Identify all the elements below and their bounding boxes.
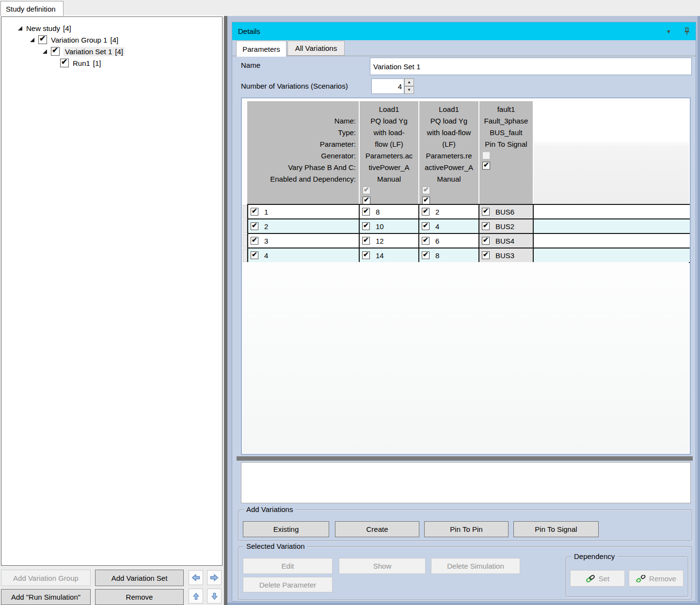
row-selector[interactable] <box>243 234 247 248</box>
active-power-value[interactable]: 10 <box>376 222 384 231</box>
expander-icon[interactable] <box>30 38 34 42</box>
name-input[interactable] <box>370 58 692 75</box>
tab-study-definition-label: Study definition <box>6 5 56 13</box>
tab-study-definition[interactable]: Study definition <box>0 1 64 16</box>
value-checkbox[interactable] <box>422 251 430 259</box>
grid-rows: 1 8 2 BUS6 2 10 4 BUS2 3 <box>247 204 690 263</box>
value-checkbox[interactable] <box>362 251 370 259</box>
value-checkbox[interactable] <box>362 222 370 230</box>
value-checkbox[interactable] <box>362 237 370 245</box>
tree-item-run1[interactable]: Run1[1] <box>60 57 101 69</box>
arrow-down-icon <box>210 592 219 600</box>
table-row[interactable]: 3 12 6 BUS4 <box>247 234 690 248</box>
grid-column-header-reactive-power[interactable]: Load1 PQ load Yg with load-flow (LF) Par… <box>419 101 478 204</box>
tree-item-checkbox[interactable] <box>38 35 47 44</box>
grid-header-filler <box>534 101 689 204</box>
scenario-checkbox[interactable] <box>251 208 258 216</box>
row-selector[interactable] <box>243 248 247 262</box>
pin-to-pin-button[interactable]: Pin To Pin <box>424 521 509 537</box>
enabled-checkbox[interactable] <box>482 162 490 170</box>
row-filler <box>534 248 690 262</box>
move-down-button[interactable] <box>207 589 222 604</box>
table-row[interactable]: 4 14 8 BUS3 <box>247 248 690 263</box>
bus-value[interactable]: BUS6 <box>495 208 514 216</box>
value-checkbox[interactable] <box>422 208 430 216</box>
tree-item-label: Variation Set 1[4] <box>64 47 125 56</box>
tree-item-new-study[interactable]: New study[4] <box>18 22 71 34</box>
tree-item-checkbox[interactable] <box>51 47 60 56</box>
scenario-checkbox[interactable] <box>251 237 258 245</box>
add-variation-set-button[interactable]: Add Variation Set <box>95 570 184 586</box>
delete-simulation-button[interactable]: Delete Simulation <box>431 558 520 574</box>
expander-icon[interactable] <box>18 26 22 31</box>
value-checkbox[interactable] <box>362 208 370 216</box>
spinner-down-button[interactable]: ▼ <box>404 86 414 94</box>
name-label: Name <box>241 61 260 69</box>
table-row[interactable]: 2 10 4 BUS2 <box>247 219 690 234</box>
move-right-button[interactable] <box>207 570 222 585</box>
add-variations-group-title: Add Variations <box>244 505 295 513</box>
active-power-value[interactable]: 14 <box>376 251 384 260</box>
table-row[interactable]: 1 8 2 BUS6 <box>247 205 690 219</box>
spinner-up-button[interactable]: ▲ <box>404 78 414 86</box>
expander-icon[interactable] <box>43 49 47 54</box>
panel-splitter[interactable] <box>224 16 227 605</box>
move-left-button[interactable] <box>189 570 203 585</box>
bus-checkbox[interactable] <box>482 251 490 259</box>
tree-item-label: New study[4] <box>26 24 71 32</box>
scenario-checkbox[interactable] <box>251 222 258 230</box>
bus-value[interactable]: BUS3 <box>495 251 514 260</box>
num-variations-input[interactable]: 4 <box>371 78 404 94</box>
description-textbox[interactable] <box>241 462 691 503</box>
pin-icon[interactable] <box>684 27 690 35</box>
tree-item-checkbox[interactable] <box>60 59 69 67</box>
window-menu-chevron-icon[interactable]: ▼ <box>666 29 671 34</box>
reactive-power-value[interactable]: 6 <box>435 237 439 245</box>
active-power-value[interactable]: 8 <box>376 208 380 216</box>
bus-checkbox[interactable] <box>482 208 490 216</box>
bus-value[interactable]: BUS4 <box>495 237 514 245</box>
selected-variation-group-title: Selected Variation <box>244 542 307 550</box>
bus-checkbox[interactable] <box>482 222 490 230</box>
scenario-checkbox[interactable] <box>251 251 258 259</box>
details-splitter[interactable] <box>237 456 693 461</box>
arrow-up-icon <box>191 592 200 600</box>
reactive-power-value[interactable]: 8 <box>435 251 439 260</box>
reactive-power-value[interactable]: 4 <box>435 222 439 231</box>
create-button[interactable]: Create <box>335 521 419 537</box>
dependency-set-button[interactable]: Set <box>570 570 625 587</box>
show-button[interactable]: Show <box>339 558 426 574</box>
arrow-right-icon <box>210 574 219 581</box>
value-checkbox[interactable] <box>422 222 430 230</box>
add-variation-group-button[interactable]: Add Variation Group <box>1 570 91 586</box>
spinner-down-icon: ▼ <box>407 88 411 92</box>
vary-phase-checkbox[interactable] <box>363 186 370 194</box>
enabled-checkbox[interactable] <box>422 197 430 204</box>
row-selector[interactable] <box>243 205 247 218</box>
row-filler <box>534 205 690 218</box>
delete-parameter-button[interactable]: Delete Parameter <box>243 577 333 592</box>
pin-to-signal-button[interactable]: Pin To Signal <box>513 521 599 537</box>
vary-phase-checkbox[interactable] <box>482 152 490 159</box>
grid-column-header-active-power[interactable]: Load1 PQ load Yg with load- flow (LF) Pa… <box>360 101 418 204</box>
add-run-simulation-button[interactable]: Add "Run Simulation" <box>1 589 91 605</box>
tab-parameters[interactable]: Parameters <box>236 41 286 57</box>
move-up-button[interactable] <box>189 589 203 604</box>
scenario-number: 1 <box>264 208 268 216</box>
dependency-remove-button[interactable]: Remove <box>629 570 684 587</box>
remove-button[interactable]: Remove <box>95 589 184 605</box>
active-power-value[interactable]: 12 <box>376 237 384 245</box>
row-selector[interactable] <box>243 219 247 233</box>
enabled-checkbox[interactable] <box>363 197 370 204</box>
tree-item-variation-set-1[interactable]: Variation Set 1[4] <box>43 46 125 57</box>
edit-button[interactable]: Edit <box>243 558 333 574</box>
value-checkbox[interactable] <box>422 237 430 245</box>
tree-item-variation-group-1[interactable]: Variation Group 1[4] <box>30 34 118 46</box>
tab-all-variations[interactable]: All Variations <box>287 41 345 56</box>
bus-value[interactable]: BUS2 <box>495 222 514 231</box>
grid-column-header-fault[interactable]: fault1 Fault_3phase BUS_fault Pin To Sig… <box>479 101 533 204</box>
reactive-power-value[interactable]: 2 <box>435 208 439 216</box>
existing-button[interactable]: Existing <box>243 521 329 537</box>
bus-checkbox[interactable] <box>482 237 490 245</box>
vary-phase-checkbox[interactable] <box>422 186 430 194</box>
